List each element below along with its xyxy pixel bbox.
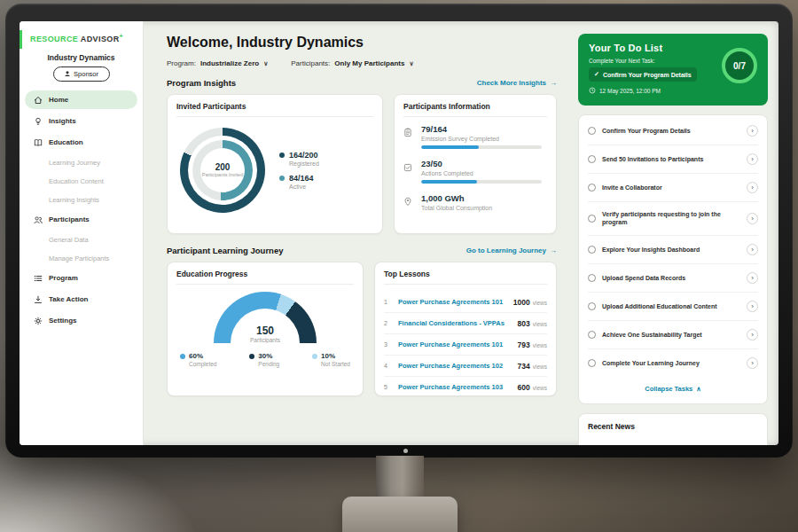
- task-checkbox[interactable]: [588, 127, 596, 135]
- card-title: Education Progress: [176, 270, 354, 285]
- task-label: Achieve One Sustainability Target: [602, 331, 740, 339]
- lesson-row[interactable]: 4 Power Purchase Agreements 102 734views: [384, 356, 547, 377]
- chevron-right-icon[interactable]: ›: [747, 329, 758, 340]
- org-name: Industry Dynamics: [20, 53, 143, 62]
- sidebar-item-program[interactable]: Program: [25, 269, 137, 287]
- task-row[interactable]: Upload Spend Data Records ›: [588, 264, 758, 293]
- chevron-right-icon[interactable]: ›: [747, 213, 758, 224]
- location-pin-icon: [403, 193, 413, 215]
- due-label: 12 May 2025, 12:00 PM: [599, 88, 661, 94]
- learning-cards-row: Education Progress 150 Participants 60% …: [167, 262, 557, 396]
- chevron-right-icon[interactable]: ›: [747, 153, 758, 165]
- legend-value: 10%: [321, 352, 335, 360]
- lesson-views: 803: [518, 319, 530, 328]
- people-icon: [34, 215, 43, 224]
- sidebar-item-take-action[interactable]: Take Action: [25, 290, 137, 309]
- task-checkbox[interactable]: [588, 302, 596, 310]
- task-checkbox[interactable]: [588, 184, 596, 192]
- lightbulb-icon: [34, 116, 43, 126]
- metric-label: Actions Completed: [421, 170, 542, 176]
- lesson-link[interactable]: Power Purchase Agreements 103: [398, 383, 511, 391]
- lesson-link[interactable]: Power Purchase Agreements 101: [398, 298, 506, 306]
- views-suffix: views: [533, 321, 547, 327]
- legend-value: 30%: [258, 352, 272, 360]
- chevron-up-icon: ∧: [696, 385, 701, 393]
- task-row[interactable]: Explore Your Insights Dashboard ›: [588, 236, 758, 264]
- sidebar-item-settings[interactable]: Settings: [25, 311, 137, 330]
- program-select[interactable]: Industrialize Zero ∨: [200, 59, 268, 67]
- check-more-insights-link[interactable]: Check More Insights →: [477, 79, 557, 87]
- program-insights-title: Program Insights: [167, 78, 236, 88]
- todo-progress-ring: 0/7: [722, 48, 757, 83]
- task-row[interactable]: Verify participants requesting to join t…: [588, 202, 758, 236]
- go-to-learning-journey-link[interactable]: Go to Learning Journey →: [466, 246, 557, 254]
- card-title: Invited Participants: [176, 102, 373, 117]
- task-row[interactable]: Complete Your Learning Journey ›: [588, 349, 758, 377]
- legend-dot: [312, 354, 317, 359]
- lesson-rank: 2: [384, 320, 391, 326]
- donut-center-label: Participants Invited: [202, 172, 243, 178]
- progress-bar: [421, 145, 542, 149]
- task-row[interactable]: Send 50 Invitations to Participants ›: [588, 145, 758, 174]
- task-checkbox[interactable]: [588, 274, 596, 282]
- task-row[interactable]: Confirm Your Program Details ›: [588, 117, 758, 145]
- sidebar-item-education-content[interactable]: Education Content: [25, 173, 137, 189]
- sidebar-item-label: Settings: [49, 317, 77, 325]
- sidebar-item-label: Insights: [49, 117, 76, 125]
- legend-label: Pending: [258, 361, 279, 367]
- lesson-row[interactable]: 2 Financial Considerations - VPPAs 803vi…: [384, 313, 547, 334]
- chevron-right-icon[interactable]: ›: [747, 244, 758, 255]
- chevron-right-icon[interactable]: ›: [747, 272, 758, 284]
- lesson-row[interactable]: 3 Power Purchase Agreements 101 793views: [384, 334, 547, 356]
- due-row: 12 May 2025, 12:00 PM: [589, 87, 757, 95]
- lesson-row[interactable]: 1 Power Purchase Agreements 101 1000view…: [384, 292, 547, 313]
- task-row[interactable]: Achieve One Sustainability Target ›: [588, 321, 758, 349]
- legend-dot: [249, 354, 254, 359]
- sidebar-item-label: Participants: [49, 215, 90, 223]
- donut-center-value: 200: [215, 162, 231, 172]
- lesson-row[interactable]: 5 Power Purchase Agreements 103 600views: [384, 377, 547, 397]
- task-row[interactable]: Invite a Collaborator ›: [588, 174, 758, 202]
- legend-value: 60%: [189, 352, 203, 360]
- lesson-views: 793: [518, 340, 530, 349]
- legend-dot: [279, 176, 285, 181]
- sidebar-item-manage-participants[interactable]: Manage Participants: [25, 250, 137, 266]
- legend-dot: [279, 153, 285, 158]
- chevron-right-icon[interactable]: ›: [747, 125, 758, 137]
- participants-select[interactable]: Only My Participants ∨: [334, 59, 413, 67]
- sidebar-item-learning-journey[interactable]: Learning Journey: [25, 154, 137, 170]
- task-checkbox[interactable]: [588, 359, 596, 367]
- lesson-link[interactable]: Power Purchase Agreements 101: [398, 340, 511, 348]
- lesson-link[interactable]: Financial Considerations - VPPAs: [398, 319, 511, 327]
- legend-item: 30% Pending: [249, 352, 279, 367]
- sidebar-item-learning-insights[interactable]: Learning Insights: [25, 192, 137, 207]
- sidebar-item-insights[interactable]: Insights: [25, 112, 137, 130]
- task-checkbox[interactable]: [588, 331, 596, 339]
- sidebar-item-education[interactable]: Education: [25, 133, 137, 152]
- chevron-right-icon[interactable]: ›: [747, 357, 758, 369]
- sidebar-item-label: Education Content: [49, 177, 104, 185]
- legend-label: Not Started: [321, 361, 350, 367]
- task-row[interactable]: Upload Additional Educational Content ›: [588, 293, 758, 321]
- next-task-chip[interactable]: ✓ Confirm Your Program Details: [589, 67, 697, 82]
- metric-row: 23/50 Actions Completed: [403, 159, 547, 184]
- lesson-views: 600: [518, 383, 530, 392]
- chevron-down-icon: ∨: [263, 60, 268, 67]
- clock-icon: [589, 87, 596, 95]
- task-checkbox[interactable]: [588, 155, 596, 163]
- task-label: Send 50 Invitations to Participants: [602, 155, 740, 163]
- chevron-right-icon[interactable]: ›: [747, 301, 758, 312]
- task-checkbox[interactable]: [588, 246, 596, 254]
- invited-participants-donut-chart: 200 Participants Invited: [180, 128, 265, 213]
- sidebar-item-home[interactable]: Home: [25, 90, 137, 109]
- home-icon: [34, 95, 43, 105]
- todo-summary-card: Your To Do List Complete Your Next Task:…: [578, 34, 768, 106]
- sidebar-item-general-data[interactable]: General Data: [25, 231, 137, 247]
- chevron-right-icon[interactable]: ›: [747, 182, 758, 193]
- collapse-tasks-link[interactable]: Collapse Tasks ∧: [588, 377, 758, 402]
- sponsor-badge[interactable]: Sponsor: [53, 66, 110, 82]
- lesson-link[interactable]: Power Purchase Agreements 102: [398, 362, 511, 370]
- sidebar-item-participants[interactable]: Participants: [25, 210, 137, 229]
- task-checkbox[interactable]: [588, 215, 596, 223]
- invited-participants-card: Invited Participants 200 Participants In…: [167, 94, 383, 234]
